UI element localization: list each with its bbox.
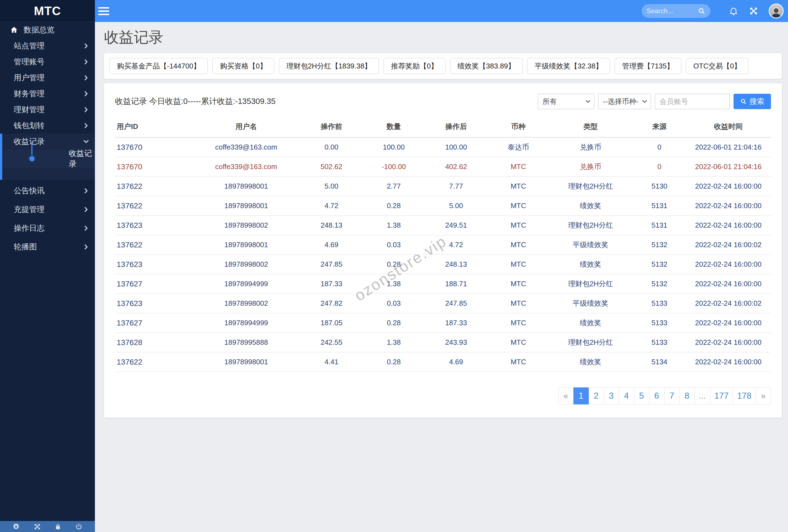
search-button[interactable]: 搜索 <box>733 94 771 109</box>
sidebar-item-11[interactable]: 轮播图 <box>0 238 95 256</box>
table-cell[interactable]: 137622 <box>115 235 194 254</box>
table-cell[interactable]: 137622 <box>115 352 194 372</box>
table-cell[interactable]: 137623 <box>115 294 194 313</box>
sidebar-item-2[interactable]: 管理账号 <box>0 54 95 70</box>
bell-icon[interactable] <box>729 6 738 16</box>
sidebar-subitem[interactable]: 收益记录 <box>2 149 95 168</box>
table-cell: 5133 <box>633 313 686 333</box>
table-cell[interactable]: 137627 <box>115 313 194 333</box>
pagination-page-7[interactable]: 7 <box>664 387 679 405</box>
pagination-page-8[interactable]: 8 <box>679 387 695 405</box>
pagination-prev[interactable]: « <box>558 387 574 405</box>
table-cell: 4.72 <box>299 196 364 216</box>
table-cell[interactable]: 137670 <box>115 157 194 177</box>
table-cell: 2.77 <box>364 177 423 196</box>
member-account-input[interactable] <box>655 94 730 109</box>
table-cell: 2022-02-24 16:00:02 <box>686 235 771 254</box>
stat-button-2[interactable]: 理财包2H分红【1839.38】 <box>279 58 379 74</box>
app-logo: MTC <box>0 0 95 22</box>
table-cell: MTC <box>489 216 548 235</box>
table-cell: 2022-02-24 16:00:00 <box>686 333 771 352</box>
topbar-search[interactable] <box>642 4 710 18</box>
table-cell: 5131 <box>633 196 686 216</box>
sidebar-item-label: 管理账号 <box>14 57 44 67</box>
pagination-page-178[interactable]: 178 <box>733 387 756 405</box>
fullscreen-icon[interactable] <box>749 6 758 16</box>
table-cell: 4.69 <box>423 352 489 372</box>
table-cell[interactable]: 137628 <box>115 333 194 352</box>
table-cell: 247.85 <box>423 294 489 313</box>
sidebar-menu: 数据总览站点管理管理账号用户管理财务管理理财管理钱包划转收益记录收益记录公告快讯… <box>0 22 95 256</box>
table-cell[interactable]: 137622 <box>115 177 194 196</box>
table-cell: 1.38 <box>364 333 423 352</box>
table-cell: 兑换币 <box>548 157 633 177</box>
sidebar-item-5[interactable]: 理财管理 <box>0 102 95 118</box>
pagination-page-3[interactable]: 3 <box>604 387 619 405</box>
table-row: 13762818978995888242.551.38243.93MTC理财包2… <box>115 333 771 352</box>
expand-icon[interactable] <box>34 523 41 530</box>
column-header: 用户ID <box>115 116 194 138</box>
stat-button-7[interactable]: OTC交易【0】 <box>686 58 748 74</box>
pagination-page-4[interactable]: 4 <box>619 387 634 405</box>
search-input[interactable] <box>647 7 695 15</box>
table-cell: 18978998001 <box>194 196 298 216</box>
pagination-page-1[interactable]: 1 <box>573 387 589 405</box>
sidebar-item-6[interactable]: 钱包划转 <box>0 118 95 134</box>
coin-select[interactable]: --选择币种-- <box>598 94 651 109</box>
table-cell[interactable]: 137622 <box>115 196 194 216</box>
sidebar-item-9[interactable]: 充提管理 <box>0 200 95 219</box>
table-cell[interactable]: 137623 <box>115 254 194 274</box>
pagination-ellipsis[interactable]: ... <box>694 387 710 405</box>
table-cell: 4.41 <box>299 352 364 372</box>
table-cell[interactable]: 137623 <box>115 216 194 235</box>
pagination-page-177[interactable]: 177 <box>710 387 733 405</box>
active-dot-icon <box>29 156 34 161</box>
stat-button-6[interactable]: 管理费【7135】 <box>615 58 681 74</box>
sidebar-item-8[interactable]: 公告快讯 <box>0 182 95 200</box>
sidebar-item-7[interactable]: 收益记录 <box>2 134 95 149</box>
pagination-page-6[interactable]: 6 <box>649 387 665 405</box>
stat-button-4[interactable]: 绩效奖【383.89】 <box>450 58 523 74</box>
stat-button-5[interactable]: 平级绩效奖【32.38】 <box>527 58 610 74</box>
search-icon[interactable] <box>698 7 706 15</box>
table-cell[interactable]: 137670 <box>115 138 194 157</box>
chevron-down-icon <box>83 138 90 145</box>
column-header: 操作前 <box>299 116 364 138</box>
topbar-right <box>642 4 784 18</box>
pagination-page-5[interactable]: 5 <box>634 387 649 405</box>
sidebar-item-label: 操作日志 <box>14 223 44 233</box>
power-icon[interactable] <box>75 523 82 530</box>
lock-icon[interactable] <box>55 523 61 530</box>
card-head: 收益记录 今日收益:0-----累计收益:-135309.35 所有 --选择币… <box>104 83 782 116</box>
menu-toggle-icon[interactable] <box>98 5 110 17</box>
sidebar-item-4[interactable]: 财务管理 <box>0 86 95 102</box>
column-header: 币种 <box>489 116 548 138</box>
table-cell: 理财包2H分红 <box>548 274 633 294</box>
gear-icon[interactable] <box>13 523 20 530</box>
table-cell: 2022-02-24 16:00:00 <box>686 196 771 216</box>
avatar[interactable] <box>769 4 784 18</box>
pagination-next[interactable]: » <box>755 387 771 405</box>
table-cell: 502.62 <box>299 157 364 177</box>
page-title: 收益记录 <box>104 27 782 47</box>
table-cell: 0 <box>633 138 686 157</box>
stat-button-1[interactable]: 购买资格【0】 <box>212 58 274 74</box>
table-cell: 绩效奖 <box>548 313 633 333</box>
type-select[interactable]: 所有 <box>538 94 594 109</box>
table-cell: 1.38 <box>364 216 423 235</box>
sidebar-item-10[interactable]: 操作日志 <box>0 219 95 238</box>
table-cell: 5130 <box>633 177 686 196</box>
stat-button-0[interactable]: 购买基金产品【-144700】 <box>110 58 208 74</box>
sidebar-item-0[interactable]: 数据总览 <box>0 22 95 38</box>
stat-button-3[interactable]: 推荐奖励【0】 <box>383 58 445 74</box>
sidebar-item-label: 充提管理 <box>14 204 44 215</box>
table-cell: 247.85 <box>299 254 364 274</box>
sidebar-active-group: 收益记录收益记录 <box>0 134 95 180</box>
table-cell[interactable]: 137627 <box>115 274 194 294</box>
table-cell: 247.82 <box>299 294 364 313</box>
sidebar-item-1[interactable]: 站点管理 <box>0 38 95 54</box>
pagination-page-2[interactable]: 2 <box>589 387 604 405</box>
table-cell: 5.00 <box>423 196 489 216</box>
sidebar-item-3[interactable]: 用户管理 <box>0 70 95 86</box>
table-cell: MTC <box>489 196 548 216</box>
